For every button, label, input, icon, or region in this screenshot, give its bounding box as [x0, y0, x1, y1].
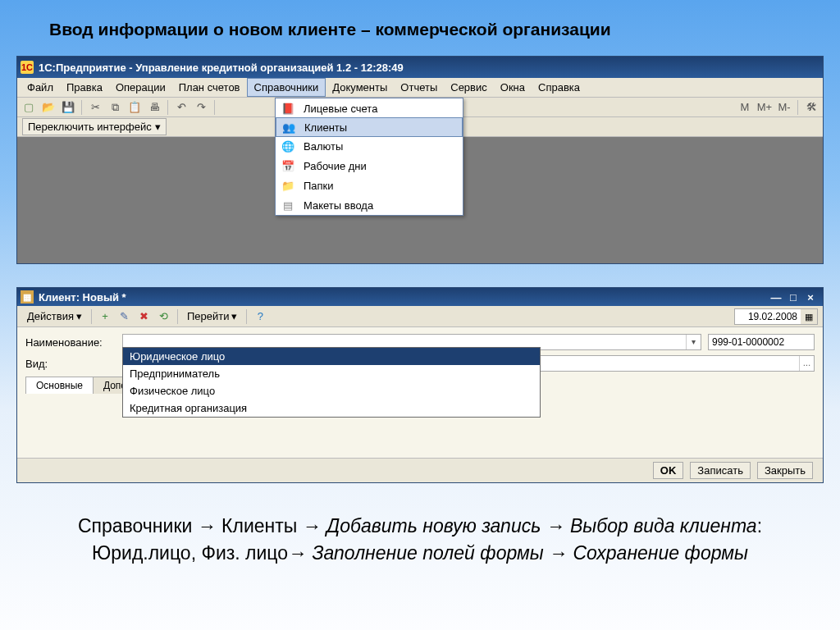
form-icon: ▦	[21, 290, 34, 304]
menu-edit[interactable]: Правка	[60, 79, 109, 96]
dd-item-workdays[interactable]: 📅 Рабочие дни	[276, 156, 463, 176]
dd-item-folders[interactable]: 📁 Папки	[276, 176, 463, 195]
print-icon[interactable]: 🖶	[145, 99, 163, 116]
maximize-button[interactable]: □	[786, 290, 801, 304]
tab-main[interactable]: Основные	[25, 377, 94, 394]
name-dropdown-icon[interactable]: ▾	[686, 335, 701, 349]
goto-button[interactable]: Перейти ▾	[182, 308, 243, 324]
undo-icon[interactable]: ↶	[172, 99, 190, 116]
book-icon: 📕	[281, 101, 295, 116]
close-form-button[interactable]: Закрыть	[757, 462, 813, 479]
vid-opt-credit-org[interactable]: Кредитная организация	[123, 399, 540, 417]
mem-icon[interactable]: M-	[775, 99, 793, 116]
menu-windows[interactable]: Окна	[494, 79, 532, 96]
save-button[interactable]: Записать	[690, 462, 751, 479]
globe-icon: 🌐	[281, 139, 295, 153]
menu-service[interactable]: Сервис	[444, 79, 494, 96]
folder-icon: 📁	[281, 178, 295, 193]
client-form-window: ▦ Клиент: Новый * — □ × Действия ▾ + ✎ ✖…	[16, 287, 824, 483]
vid-opt-entrepreneur[interactable]: Предприниматель	[123, 365, 540, 382]
dd-item-layouts[interactable]: ▤ Макеты ввода	[276, 195, 463, 215]
open-icon[interactable]: 📂	[39, 99, 57, 116]
calc-icon[interactable]: M+	[756, 99, 774, 116]
paste-icon[interactable]: 📋	[126, 99, 144, 116]
mark-icon[interactable]: ✖	[135, 308, 153, 325]
menu-chart[interactable]: План счетов	[172, 79, 247, 96]
vid-opt-legal[interactable]: Юридическое лицо	[123, 348, 540, 365]
close-button[interactable]: ×	[803, 290, 818, 304]
form-body: Наименование: ▾ 999-01-0000002 Вид: … Ос…	[17, 327, 823, 458]
title-text: 1С:Предприятие - Управление кредитной ор…	[39, 62, 404, 74]
window-title: 1C 1С:Предприятие - Управление кредитной…	[17, 57, 823, 78]
slide-caption: Справочники → Клиенты → Добавить новую з…	[0, 513, 840, 568]
app-window-1c: 1C 1С:Предприятие - Управление кредитной…	[16, 56, 824, 264]
dd-item-currencies[interactable]: 🌐 Валюты	[276, 136, 463, 156]
people-icon: 👥	[281, 120, 296, 135]
workspace: 📕 Лицевые счета 👥 Клиенты 🌐 Валюты 📅 Раб…	[17, 137, 823, 263]
app-icon: 1C	[21, 61, 34, 74]
edit-icon[interactable]: ✎	[116, 308, 134, 325]
slide-title: Ввод информации о новом клиенте – коммер…	[0, 0, 840, 49]
form-footer: OK Записать Закрыть	[17, 458, 823, 482]
menu-reports[interactable]: Отчеты	[394, 79, 444, 96]
find-icon[interactable]: M	[736, 99, 754, 116]
chevron-down-icon: ▾	[155, 121, 161, 133]
ok-button[interactable]: OK	[653, 462, 684, 479]
date-input[interactable]	[735, 309, 801, 324]
actions-button[interactable]: Действия ▾	[22, 308, 87, 324]
menu-help[interactable]: Справка	[532, 79, 587, 96]
refs-dropdown: 📕 Лицевые счета 👥 Клиенты 🌐 Валюты 📅 Раб…	[275, 98, 463, 216]
date-field[interactable]: ▦	[734, 308, 818, 325]
switch-interface-button[interactable]: Переключить интерфейс ▾	[22, 118, 167, 135]
menubar: Файл Правка Операции План счетов Справоч…	[17, 78, 823, 98]
menu-file[interactable]: Файл	[21, 79, 60, 96]
copy-icon[interactable]: ⧉	[106, 99, 124, 116]
redo-icon[interactable]: ↷	[192, 99, 210, 116]
calendar-icon[interactable]: ▦	[801, 309, 817, 324]
menu-operations[interactable]: Операции	[109, 79, 172, 96]
chevron-down-icon: ▾	[76, 310, 82, 322]
refresh-icon[interactable]: ⟲	[155, 308, 173, 325]
new-icon[interactable]: ▢	[20, 99, 38, 116]
add-icon[interactable]: +	[96, 308, 114, 325]
cut-icon[interactable]: ✂	[86, 99, 104, 116]
vid-dropdown: Юридическое лицо Предприниматель Физичес…	[122, 347, 541, 418]
form-title: ▦ Клиент: Новый * — □ ×	[17, 288, 823, 306]
form-toolbar: Действия ▾ + ✎ ✖ ⟲ Перейти ▾ ? ▦	[17, 306, 823, 327]
vid-lookup-icon[interactable]: …	[799, 356, 814, 371]
save-icon[interactable]: 💾	[59, 99, 77, 116]
name-label: Наименование:	[25, 336, 116, 349]
vid-label: Вид:	[25, 358, 116, 370]
menu-refs[interactable]: Справочники	[247, 78, 326, 97]
vid-opt-individual[interactable]: Физическое лицо	[123, 382, 540, 399]
dd-item-clients[interactable]: 👥 Клиенты	[276, 117, 463, 137]
menu-docs[interactable]: Документы	[326, 79, 394, 96]
calendar-icon: 📅	[281, 158, 295, 173]
dd-item-accounts[interactable]: 📕 Лицевые счета	[276, 98, 463, 118]
tools-icon[interactable]: 🛠	[802, 99, 820, 116]
chevron-down-icon: ▾	[231, 310, 237, 322]
minimize-button[interactable]: —	[769, 290, 783, 304]
code-field[interactable]: 999-01-0000002	[708, 334, 815, 350]
layout-icon: ▤	[281, 198, 295, 212]
help-icon[interactable]: ?	[251, 308, 269, 325]
